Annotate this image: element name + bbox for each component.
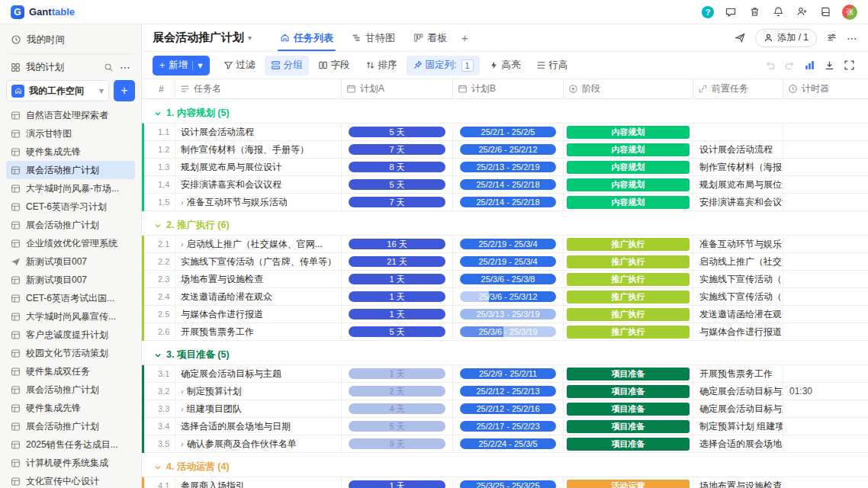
timer-cell[interactable]	[783, 176, 868, 193]
predecessor-cell[interactable]: 制作宣传材料（海报、手册等）	[693, 159, 783, 175]
plan-a-cell[interactable]: 21 天	[342, 253, 453, 270]
plan-b-cell[interactable]: 25/2/1 - 25/2/5	[453, 124, 564, 140]
chevron-down-icon[interactable]	[154, 352, 162, 359]
title-chevron-icon[interactable]: ▾	[248, 34, 252, 42]
task-name-cell[interactable]: ›启动线上推广（社交媒体、官网...	[175, 236, 342, 252]
plan-a-cell[interactable]: 1 天	[342, 288, 453, 305]
chevron-down-icon[interactable]	[154, 464, 162, 471]
predecessor-cell[interactable]: 规划展览布局与展位设计	[693, 176, 783, 193]
sidebar-item[interactable]: 展会活动推广计划	[6, 417, 135, 435]
add-project-button[interactable]: +	[114, 80, 135, 101]
task-name-cell[interactable]: 规划展览布局与展位设计	[175, 159, 342, 175]
predecessor-cell[interactable]: 开展预售票务工作	[693, 365, 783, 382]
timer-cell[interactable]: 01:30	[783, 383, 868, 400]
task-name-cell[interactable]: ›准备互动环节与娱乐活动	[175, 194, 342, 210]
search-icon[interactable]	[104, 63, 114, 72]
stage-badge[interactable]: 项目准备	[567, 403, 690, 416]
plan-b-pill[interactable]: 25/2/19 - 25/3/4	[460, 239, 556, 249]
timer-cell[interactable]	[783, 159, 868, 175]
predecessor-cell[interactable]	[693, 124, 783, 140]
view-settings-icon[interactable]	[826, 32, 837, 43]
task-name-cell[interactable]: 参展商入场指引	[175, 477, 342, 488]
help-icon[interactable]: ?	[702, 6, 714, 18]
plan-b-pill[interactable]: 25/2/9 - 25/2/11	[460, 368, 556, 379]
sidebar-item[interactable]: 客户忠诚度提升计划	[6, 326, 135, 344]
trash-icon[interactable]	[747, 5, 761, 19]
column-header-stage[interactable]: 阶段	[564, 79, 693, 98]
share-icon[interactable]	[735, 32, 746, 43]
expand-subtasks-icon[interactable]: ›	[181, 239, 184, 249]
sidebar-item[interactable]: 新测试项目007	[6, 271, 135, 289]
undo-icon[interactable]	[761, 57, 778, 74]
plan-b-cell[interactable]: 25/2/14 - 25/2/18	[453, 176, 564, 193]
timer-cell[interactable]	[783, 477, 868, 488]
plan-a-pill[interactable]: 2 天	[349, 386, 445, 396]
column-header-pre[interactable]: 前置任务	[693, 79, 783, 98]
table-row[interactable]: 2.3场地布置与设施检查1 天25/3/6 - 25/3/8推广执行实施线下宣传…	[142, 271, 868, 288]
table-row[interactable]: 3.2›制定预算计划2 天25/2/12 - 25/2/13项目准备确定展会活动…	[142, 383, 868, 400]
group-header[interactable]: 3. 项目准备 (5)	[142, 345, 868, 365]
predecessor-cell[interactable]: 安排演讲嘉宾和会议议程	[693, 194, 783, 210]
plan-b-cell[interactable]: 25/3/25 - 25/3/25	[453, 477, 564, 488]
plan-a-pill[interactable]: 5 天	[349, 179, 445, 190]
stage-badge[interactable]: 推广执行	[567, 273, 690, 286]
plan-b-pill[interactable]: 25/3/25 - 25/3/25	[460, 480, 556, 488]
sidebar-item-my-time[interactable]: 我的时间	[6, 29, 135, 50]
stage-badge[interactable]: 内容规划	[567, 126, 690, 139]
plan-a-pill[interactable]: 16 天	[349, 239, 445, 249]
new-task-button[interactable]: + 新增 ▾	[153, 56, 210, 75]
stage-badge[interactable]: 推广执行	[567, 255, 690, 268]
chevron-down-icon[interactable]	[154, 222, 162, 230]
column-header-planB[interactable]: 计划B	[453, 79, 564, 98]
table-row[interactable]: 2.1›启动线上推广（社交媒体、官网...16 天25/2/19 - 25/3/…	[142, 236, 868, 253]
stage-badge[interactable]: 推广执行	[567, 308, 690, 321]
task-name-cell[interactable]: 制作宣传材料（海报、手册等）	[175, 141, 342, 158]
app-logo[interactable]: G Ganttable	[11, 5, 75, 19]
timer-cell[interactable]	[783, 253, 868, 270]
sidebar-item[interactable]: 文化宣传中心设计	[6, 472, 135, 488]
table-row[interactable]: 1.5›准备互动环节与娱乐活动7 天25/2/14 - 25/2/18内容规划安…	[142, 194, 868, 211]
table-row[interactable]: 3.5›确认参展商及合作伙伴名单9 天25/2/24 - 25/3/5项目准备选…	[142, 435, 868, 453]
timer-cell[interactable]	[783, 288, 868, 305]
timer-cell[interactable]	[783, 400, 868, 417]
chevron-down-icon[interactable]	[154, 110, 162, 117]
sidebar-item[interactable]: 自然语言处理探索者	[6, 106, 135, 124]
sidebar-item[interactable]: 校园文化节活动策划	[6, 344, 135, 362]
plan-a-cell[interactable]: 16 天	[342, 236, 453, 252]
task-name-cell[interactable]: 发送邀请函给潜在观众	[175, 288, 342, 305]
stage-cell[interactable]: 项目准备	[564, 383, 693, 400]
sidebar-item[interactable]: 2025销售任务达成目...	[6, 435, 135, 454]
plan-a-pill[interactable]: 1 天	[349, 480, 445, 488]
sort-button[interactable]: 排序	[359, 56, 403, 75]
timer-cell[interactable]	[783, 365, 868, 382]
table-row[interactable]: 2.5与媒体合作进行报道1 天25/3/13 - 25/3/19推广执行发送邀请…	[142, 306, 868, 323]
column-header-timer[interactable]: 计时器	[783, 79, 868, 98]
group-header[interactable]: 2. 推广执行 (6)	[142, 216, 868, 236]
docs-icon[interactable]	[818, 5, 832, 19]
plan-a-cell[interactable]: 2 天	[342, 383, 453, 400]
timer-cell[interactable]	[783, 124, 868, 140]
plan-b-cell[interactable]: 25/2/19 - 25/3/4	[453, 236, 564, 252]
redo-icon[interactable]	[781, 57, 798, 74]
plan-b-pill[interactable]: 25/2/13 - 25/2/19	[460, 162, 556, 172]
sidebar-item[interactable]: 大学城时尚风暴宣传...	[6, 307, 135, 326]
plan-a-pill[interactable]: 8 天	[349, 162, 445, 172]
fullscreen-icon[interactable]	[841, 57, 857, 74]
timer-cell[interactable]	[783, 323, 868, 340]
plan-a-cell[interactable]: 1 天	[342, 365, 453, 382]
plan-a-pill[interactable]: 4 天	[349, 403, 445, 414]
stage-cell[interactable]: 项目准备	[564, 400, 693, 417]
invite-user-icon[interactable]	[795, 5, 809, 19]
filter-button[interactable]: 过滤	[217, 56, 262, 75]
plan-a-pill[interactable]: 1 天	[349, 274, 445, 284]
sidebar-item[interactable]: CET-6英语学习计划	[6, 197, 135, 216]
predecessor-cell[interactable]: 启动线上推广（社交媒体、官网等）	[693, 253, 783, 270]
plan-b-pill[interactable]: 25/2/12 - 25/2/16	[460, 403, 556, 414]
sidebar-item[interactable]: 企业绩效优化管理系统	[6, 234, 135, 252]
sidebar-item[interactable]: 硬件集成双任务	[6, 362, 135, 380]
plan-a-cell[interactable]: 1 天	[342, 306, 453, 323]
stage-cell[interactable]: 推广执行	[564, 288, 693, 305]
table-row[interactable]: 2.2实施线下宣传活动（广告牌、传单等）21 天25/2/19 - 25/3/4…	[142, 253, 868, 271]
predecessor-cell[interactable]: 准备互动环节与娱乐活动	[693, 236, 783, 252]
stage-cell[interactable]: 项目准备	[564, 365, 693, 382]
